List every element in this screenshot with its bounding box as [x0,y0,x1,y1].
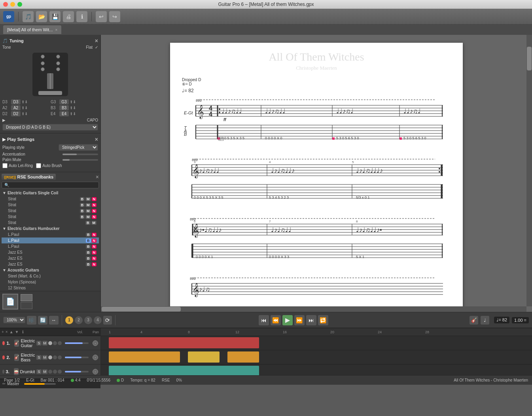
list-item[interactable]: L.Paul B N [2,243,99,249]
track-dot-4[interactable] [48,355,52,359]
tuning-close[interactable]: × [95,38,98,44]
accentuation-slider[interactable] [62,154,98,155]
scrollbar-thumb-v[interactable] [527,47,532,70]
category-single-coil-label[interactable]: ▼ Electric Guitars Single Coil [2,190,99,196]
maximize-button[interactable] [17,2,22,7]
playing-style-select[interactable]: StringedPick [59,144,98,151]
list-item[interactable]: Strat B M [2,220,99,226]
view-mode-button[interactable]: 🎼 [27,316,36,325]
redo-button[interactable]: ↪ [109,11,120,22]
print-button[interactable]: 🖨 [63,11,74,22]
category-humbucker-label[interactable]: ▼ Electric Guitars Humbucker [2,226,99,232]
score-scroll[interactable]: All Of Them Witches Christophe Maerten D… [101,35,532,312]
active-tab[interactable]: [Metal] All of them Wit... × [3,25,61,34]
track-m-1[interactable]: M [42,341,48,346]
list-item[interactable]: Nylon (Spinosa) [2,279,99,285]
metronome-icon[interactable]: ♩ [481,316,489,325]
block-1-1[interactable] [109,337,259,348]
save-button[interactable]: 💾 [49,11,61,22]
refresh-button[interactable]: 🔄 [38,316,47,325]
thumb-view-2[interactable] [21,302,32,309]
move-up-button[interactable]: ▲ [9,330,13,334]
rewind-to-start-button[interactable]: ⏮ [259,315,269,325]
palm-mute-slider[interactable] [62,159,98,161]
play-settings-close[interactable]: × [95,137,98,142]
track-dot-9[interactable] [58,370,62,374]
open-button[interactable]: 📂 [36,11,47,22]
block-2-1[interactable] [109,351,180,363]
list-item[interactable]: Jazz ES B N [2,255,99,261]
list-item[interactable]: Steel (Mart. & Co.) [2,273,99,279]
track-s-1[interactable]: S [36,341,41,346]
list-item[interactable]: Strat B M N [2,196,99,202]
vertical-scrollbar[interactable] [526,35,532,306]
list-item[interactable]: Strat B M N [2,202,99,208]
track-info-icon[interactable]: ℹ [22,330,24,334]
auto-brush-checkbox[interactable]: Auto Brush [36,163,62,168]
pan-knob-2[interactable]: · [93,355,98,360]
repeat-button[interactable]: 🔁 [318,315,328,325]
pan-knob-3[interactable]: · [93,369,98,374]
rewind-button[interactable]: ⏪ [271,315,281,325]
move-down-button[interactable]: ▼ [15,330,19,334]
close-button[interactable] [3,2,8,7]
vol-slider-2[interactable] [65,357,89,358]
thumb-view-1[interactable] [21,294,32,301]
list-item[interactable]: Strat B M N [2,214,99,220]
tab-close-button[interactable]: × [55,28,58,32]
category-acoustic-label[interactable]: ▼ Acoustic Guitars [2,267,99,273]
scrollbar-thumb-h[interactable] [102,307,181,312]
track-m-3[interactable]: M [42,369,48,374]
block-2-2[interactable] [188,351,220,363]
track-timeline[interactable]: 1 4 8 12 16 20 24 28 [101,328,532,375]
minimize-button[interactable] [10,2,15,7]
zoom-select[interactable]: 100% [3,317,25,323]
info-button[interactable]: ℹ [76,11,87,22]
track-dot-8[interactable] [53,370,57,374]
track-dot-5[interactable] [53,355,57,359]
track-mute-1[interactable] [2,341,5,345]
vol-slider-3[interactable] [65,371,89,372]
block-3-1[interactable] [109,366,259,375]
beat-3-button[interactable]: 3 [84,316,92,324]
track-dot-7[interactable] [48,370,52,374]
list-item[interactable]: Jazz ES B N [2,261,99,267]
play-button[interactable]: ▶ [282,315,293,325]
track-dot-1[interactable] [48,341,52,345]
beat-1-button[interactable]: 1 [65,316,73,324]
list-item[interactable]: 12 Strings [2,285,99,289]
beat-4-button[interactable]: 4 [94,316,102,324]
fast-forward-button[interactable]: ⏩ [294,315,305,325]
layout-button[interactable]: ↔ [49,316,59,325]
horizontal-scrollbar[interactable] [101,306,526,312]
track-m-2[interactable]: M [42,355,48,360]
list-item[interactable]: Jazz ES B N [2,249,99,255]
pan-knob-1[interactable]: · [93,340,98,346]
loop-button[interactable]: ⟳ [103,316,112,325]
track-dot-6[interactable] [58,355,62,359]
play-icon[interactable]: ▶ [2,118,6,122]
auto-let-ring-checkbox[interactable]: Auto Let-Ring [2,163,33,168]
soundbanks-close[interactable]: × [96,174,99,180]
page-thumbnail[interactable]: 📄 [2,294,18,310]
track-dot-3[interactable] [58,341,62,345]
undo-button[interactable]: ↩ [96,11,107,22]
list-item[interactable]: Strat B M N [2,208,99,214]
track-s-3[interactable]: S [36,369,41,374]
block-2-3[interactable] [227,351,259,363]
soundbanks-search[interactable] [2,182,99,188]
list-item[interactable]: L.Paul B N [2,232,99,237]
track-s-2[interactable]: S [36,355,41,360]
master-vol-slider[interactable] [24,383,56,385]
track-dot-2[interactable] [53,341,57,345]
remove-track-button[interactable]: × [6,330,8,334]
list-item-selected[interactable]: L.Paul B N [2,237,99,243]
track-mute-2[interactable] [2,355,5,359]
vol-slider-1[interactable] [65,342,89,344]
add-track-button[interactable]: + [2,330,4,334]
new-button[interactable]: 🎵 [23,11,34,22]
forward-to-end-button[interactable]: ⏭ [306,315,316,325]
beat-2-button[interactable]: 2 [75,316,83,324]
tuning-preset-select[interactable]: Dropped D (D A D G B E) [2,124,98,131]
tuner-icon[interactable]: 🎸 [470,316,478,325]
